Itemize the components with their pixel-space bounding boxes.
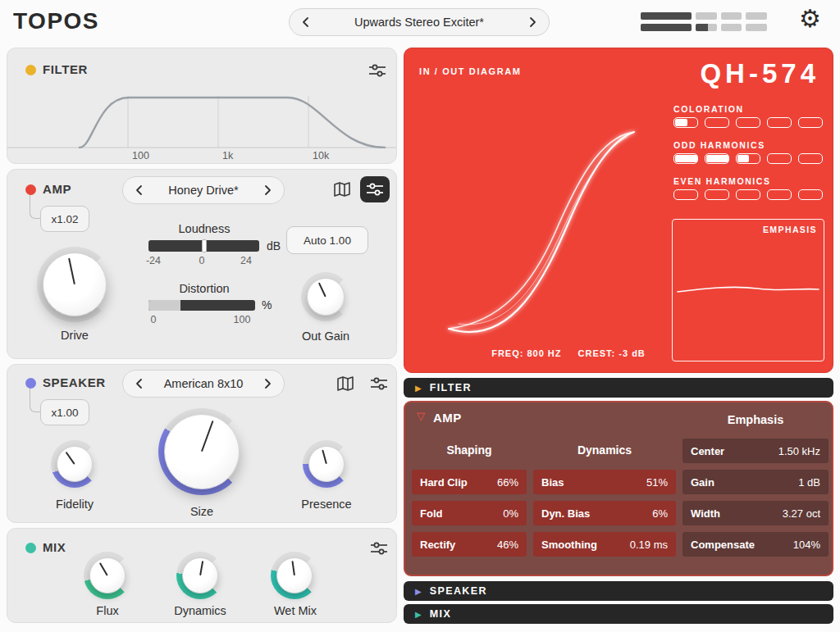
param-label: Bias (541, 476, 564, 489)
speaker-multiplier-box[interactable]: x1.00 (40, 399, 89, 425)
amp-preset-name[interactable]: Honey Drive* (148, 184, 259, 197)
coloration-segment[interactable] (767, 117, 792, 128)
param-rectify[interactable]: Rectify 46% (412, 532, 527, 557)
fidelity-knob-label: Fidelity (42, 498, 107, 511)
freq-tick-100: 100 (132, 150, 149, 161)
freq-tick-1k: 1k (222, 150, 233, 161)
amp-map-icon[interactable] (332, 180, 352, 198)
mix-settings-sliders-icon[interactable] (368, 540, 390, 557)
param-compensate[interactable]: Compensate 104% (682, 532, 829, 557)
knob-body (308, 446, 345, 482)
mix-enable-dot[interactable] (25, 543, 36, 553)
mix-section-bar[interactable]: ▶ MIX (404, 604, 833, 624)
even-harmonics-segment[interactable] (705, 189, 729, 200)
param-center[interactable]: Center 1.50 kHz (682, 439, 829, 463)
meter-segment (641, 12, 692, 20)
even-harmonics-segment[interactable] (798, 189, 823, 200)
preset-name[interactable]: Upwards Stereo Exciter* (314, 16, 524, 29)
model-name: QH-574 (700, 58, 819, 89)
collapse-triangle-icon[interactable]: ▽ (417, 410, 425, 422)
freq-readout: FREQ: 800 HZ (491, 348, 561, 358)
drive-knob[interactable] (43, 252, 107, 316)
auto-gain-box[interactable]: Auto 1.00 (286, 226, 368, 254)
param-value: 1.50 kHz (778, 445, 820, 457)
global-preset-selector[interactable]: Upwards Stereo Exciter* (289, 8, 550, 36)
loudness-handle[interactable] (202, 239, 207, 252)
emphasis-display-label: EMPHASIS (763, 225, 817, 234)
param-hard-clip[interactable]: Hard Clip 66% (412, 470, 527, 494)
flux-knob[interactable] (89, 557, 126, 593)
even-harmonics-segment[interactable] (673, 189, 698, 200)
odd-harmonics-segment[interactable] (767, 153, 792, 164)
wet-mix-knob-label: Wet Mix (267, 604, 324, 617)
meter-segment (746, 12, 767, 20)
param-label: Smoothing (541, 539, 597, 551)
size-knob[interactable] (164, 414, 240, 489)
presence-knob-label: Presence (294, 498, 359, 511)
knob-tick (68, 257, 75, 284)
odd-harmonics-segment[interactable] (798, 153, 823, 164)
coloration-segment[interactable] (673, 117, 698, 128)
odd-harmonics-segment[interactable] (736, 153, 760, 164)
speaker-preset-name[interactable]: American 8x10 (148, 377, 259, 390)
odd-harmonics-segment[interactable] (673, 153, 698, 164)
param-value: 3.27 oct (783, 507, 820, 520)
speaker-enable-dot[interactable] (25, 378, 36, 389)
even-harmonics-segment[interactable] (736, 189, 760, 200)
amp-detail-panel: ▽ AMP Emphasis Shaping Dynamics Center 1… (404, 401, 833, 576)
even-harmonics-label: EVEN HARMONICS (673, 176, 771, 186)
coloration-label: COLORATION (673, 104, 744, 114)
filter-section-bar[interactable]: ▶ FILTER (404, 378, 833, 398)
wet-mix-knob[interactable] (276, 557, 313, 593)
preset-prev-button[interactable] (296, 9, 314, 35)
emphasis-display: EMPHASIS (672, 219, 824, 361)
fidelity-knob[interactable] (57, 446, 93, 482)
param-smoothing[interactable]: Smoothing 0.19 ms (533, 532, 676, 557)
speaker-preset-next-button[interactable] (259, 371, 277, 397)
amp-enable-dot[interactable] (25, 184, 36, 195)
coloration-segment[interactable] (705, 117, 729, 128)
param-value: 0.19 ms (630, 539, 668, 551)
diagram-title: IN / OUT DIAGRAM (419, 66, 522, 76)
speaker-map-icon[interactable] (336, 375, 355, 393)
amp-settings-sliders-button[interactable] (360, 176, 390, 202)
loudness-slider[interactable] (148, 240, 259, 252)
amp-multiplier-box[interactable]: x1.02 (40, 206, 89, 232)
param-bias[interactable]: Bias 51% (533, 470, 676, 494)
coloration-segment[interactable] (736, 117, 760, 128)
multiplier-connector (30, 389, 40, 412)
distortion-slider[interactable] (148, 300, 255, 311)
app-logo: TOPOS (13, 8, 99, 34)
expand-triangle-icon: ▶ (415, 610, 422, 619)
even-harmonics-segment[interactable] (767, 189, 792, 200)
filter-enable-dot[interactable] (25, 65, 36, 75)
dynamics-knob[interactable] (182, 557, 218, 593)
settings-gear-icon[interactable]: ⚙ (799, 7, 821, 31)
param-width[interactable]: Width 3.27 oct (682, 501, 829, 525)
speaker-section-bar[interactable]: ▶ SPEAKER (404, 581, 833, 601)
filter-curve-display[interactable] (7, 91, 396, 148)
coloration-segment[interactable] (798, 117, 823, 128)
shaping-column-header: Shaping (412, 439, 527, 461)
speaker-preset-prev-button[interactable] (130, 371, 148, 397)
param-fold[interactable]: Fold 0% (412, 501, 527, 525)
knob-body (276, 557, 313, 593)
param-label: Dyn. Bias (541, 507, 590, 520)
param-dyn-bias[interactable]: Dyn. Bias 6% (533, 501, 676, 525)
param-label: Compensate (691, 539, 755, 551)
odd-harmonics-segment[interactable] (705, 153, 729, 164)
amp-preset-next-button[interactable] (259, 177, 277, 203)
amp-preset-prev-button[interactable] (130, 177, 148, 203)
crest-readout: CREST: -3 dB (578, 348, 646, 358)
out-gain-knob[interactable] (307, 278, 345, 316)
speaker-settings-sliders-icon[interactable] (368, 375, 390, 392)
plugin-window: TOPOS Upwards Stereo Exciter* ⚙ FILTER (0, 0, 840, 632)
speaker-panel-title: SPEAKER (43, 375, 106, 389)
amp-preset-selector[interactable]: Honey Drive* (122, 176, 285, 204)
filter-settings-sliders-icon[interactable] (367, 62, 388, 79)
param-gain[interactable]: Gain 1 dB (682, 470, 829, 494)
preset-next-button[interactable] (524, 9, 542, 35)
presence-knob[interactable] (308, 446, 345, 482)
speaker-preset-selector[interactable]: American 8x10 (122, 370, 285, 398)
param-label: Hard Clip (420, 476, 468, 489)
